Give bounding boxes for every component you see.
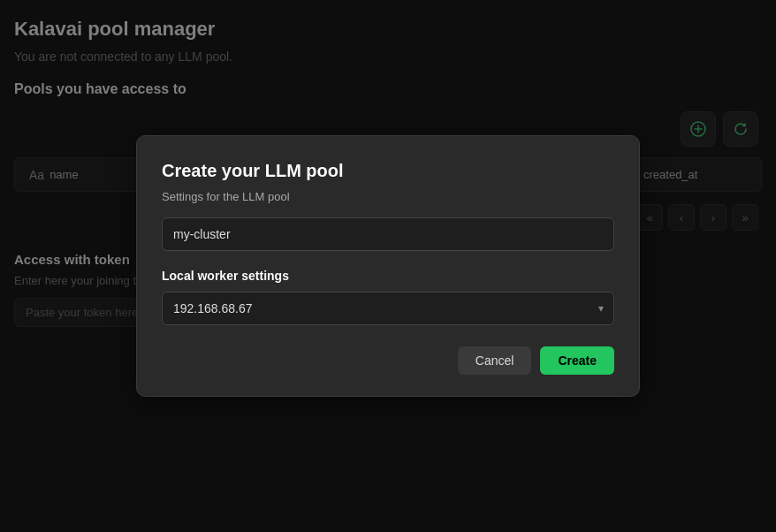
ip-select-wrapper: 192.168.68.67 ▾ — [162, 292, 614, 325]
cancel-button[interactable]: Cancel — [458, 346, 532, 375]
cluster-name-input[interactable] — [162, 217, 614, 251]
create-button[interactable]: Create — [540, 346, 614, 375]
local-worker-label: Local worker settings — [162, 269, 614, 283]
modal-footer: Cancel Create — [162, 346, 614, 375]
ip-select[interactable]: 192.168.68.67 — [162, 292, 614, 325]
modal-title: Create your LLM pool — [162, 161, 614, 181]
create-pool-modal: Create your LLM pool Settings for the LL… — [136, 135, 640, 397]
modal-overlay: Create your LLM pool Settings for the LL… — [0, 0, 776, 532]
modal-subtitle: Settings for the LLM pool — [162, 190, 614, 203]
